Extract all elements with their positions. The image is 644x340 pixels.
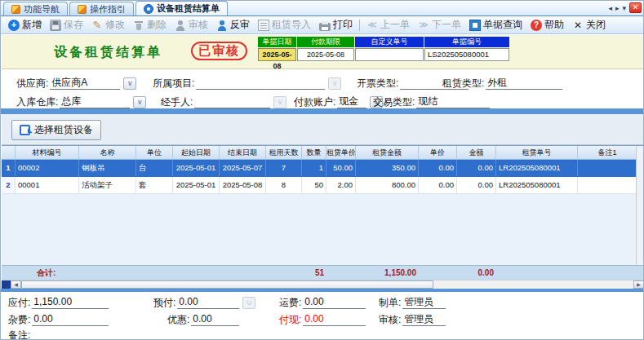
toolbar-separator <box>359 20 360 31</box>
freight-field-group: 运费: 0.00 <box>279 295 366 309</box>
next-doc-icon: ≫ <box>418 20 429 31</box>
discount-field-group: 优惠: 0.00 <box>167 312 239 326</box>
auditor-label: 审核: <box>379 313 401 326</box>
print-button[interactable]: 打印 <box>315 17 357 33</box>
total-spacer <box>419 266 457 280</box>
save-button[interactable]: 保存 <box>46 17 87 33</box>
col-rental-amount[interactable]: 租赁金额 <box>356 146 419 160</box>
modify-button[interactable]: ✎ 修改 <box>87 17 129 33</box>
doc-date-header: 单据日期 <box>258 37 296 47</box>
close-window-button[interactable]: ✕ <box>629 2 642 13</box>
table-row[interactable]: 1 00002 钢板吊 台 2025-05-01 2025-05-07 7 1 … <box>2 160 644 177</box>
col-rental-unit-price[interactable]: 租赁单价 <box>326 146 356 160</box>
grid-header-row: 材料编号 名称 单位 起始日期 结束日期 租用天数 数量 租赁单价 租赁金额 单… <box>2 146 644 160</box>
transaction-type-label: 交易类型: <box>373 95 415 108</box>
save-label: 保存 <box>64 18 83 32</box>
col-rental-order-no[interactable]: 租赁单号 <box>496 146 578 160</box>
cell-remark1 <box>578 160 637 177</box>
cell-rental-amount: 350.00 <box>356 160 419 177</box>
help-button[interactable]: ? 帮助 <box>526 17 568 33</box>
scroll-left-icon[interactable]: ◀ <box>11 280 21 289</box>
close-doc-button[interactable]: ✕ 关闭 <box>568 17 610 33</box>
pay-deadline-header: 付款期限 <box>297 37 354 47</box>
col-material-no[interactable]: 材料编号 <box>16 146 79 160</box>
scroll-right-icon[interactable]: ▶ <box>633 280 644 289</box>
handler-dropdown-icon[interactable]: ∨ <box>273 96 286 108</box>
remark-input[interactable] <box>32 329 446 340</box>
col-amount[interactable]: 金额 <box>457 146 496 160</box>
toolbar: + 新增 保存 ✎ 修改 删除 审核 反审 租赁导入 打印 <box>1 16 644 34</box>
transaction-type-input[interactable]: 现结 <box>416 95 490 108</box>
tab-rental-settlement[interactable]: 设备租赁结算单 <box>135 1 228 15</box>
next-doc-label: 下一单 <box>432 18 461 32</box>
prepaid-dropdown-icon[interactable]: ∪ <box>242 297 255 309</box>
audit-button[interactable]: 审核 <box>171 17 212 33</box>
col-unit[interactable]: 单位 <box>136 146 173 160</box>
cash-paid-input[interactable]: 0.00 <box>303 313 366 326</box>
tab-operation-guide[interactable]: 操作指引 <box>69 2 134 15</box>
cell-material-no: 00002 <box>16 160 79 177</box>
col-start-date[interactable]: 起始日期 <box>173 146 220 160</box>
select-rental-equipment-button[interactable]: 选择租赁设备 <box>11 120 101 140</box>
horizontal-scrollbar[interactable]: ◀ ▶ <box>2 280 644 289</box>
doc-no-header: 单据编号 <box>424 37 509 47</box>
rental-settlement-icon <box>144 4 153 14</box>
vertical-scrollbar[interactable] <box>636 147 644 265</box>
table-row[interactable]: 2 00001 活动架子 套 2025-05-01 2025-05-08 8 5… <box>2 177 644 194</box>
project-dropdown-icon[interactable]: ∨ <box>328 77 341 90</box>
tab-function-nav[interactable]: 功能导航 <box>3 2 68 15</box>
operation-guide-icon <box>78 5 87 14</box>
prepaid-input[interactable]: 0.00 <box>177 296 239 309</box>
discount-input[interactable]: 0.00 <box>191 313 239 326</box>
project-input[interactable] <box>196 77 325 90</box>
tab-menu-icon[interactable]: ▾ <box>622 3 626 13</box>
doc-query-button[interactable]: 单据查询 <box>465 17 526 33</box>
unaudit-label: 反审 <box>230 18 250 32</box>
col-remark1[interactable]: 备注1 <box>578 146 637 160</box>
new-button[interactable]: + 新增 <box>4 17 46 33</box>
next-doc-button[interactable]: ≫ 下一单 <box>414 17 465 33</box>
col-name[interactable]: 名称 <box>79 146 136 160</box>
trash-icon <box>133 20 144 31</box>
warehouse-dropdown-icon[interactable]: ∨ <box>133 96 146 108</box>
discount-label: 优惠: <box>167 313 189 326</box>
col-end-date[interactable]: 结束日期 <box>220 146 266 160</box>
new-label: 新增 <box>22 18 42 32</box>
scroll-tabs-right-icon[interactable]: ▸ <box>615 3 620 13</box>
payable-input[interactable]: 1,150.00 <box>32 296 109 309</box>
scrollbar-track[interactable] <box>433 280 633 289</box>
cell-start-date: 2025-05-01 <box>173 177 220 194</box>
col-rental-days[interactable]: 租用天数 <box>266 146 302 160</box>
scrollbar-thumb[interactable] <box>21 280 433 289</box>
rental-type-label: 租赁类型: <box>442 77 484 90</box>
supplier-input[interactable]: 供应商A <box>50 77 120 90</box>
payable-field-group: 应付: 1,150.00 <box>8 295 109 309</box>
scroll-tabs-left-icon[interactable]: ◂ <box>608 3 612 13</box>
unaudit-button[interactable]: 反审 <box>212 17 254 33</box>
handler-input[interactable] <box>194 95 270 108</box>
rental-import-label: 租赁导入 <box>272 18 311 32</box>
select-equipment-icon <box>20 125 30 135</box>
payment-account-input[interactable]: 现金 <box>337 95 366 108</box>
rental-import-button[interactable]: 租赁导入 <box>254 17 315 33</box>
total-spacer <box>2 266 16 280</box>
custom-no-field[interactable] <box>355 48 424 61</box>
misc-fee-label: 杂费: <box>8 313 30 326</box>
col-quantity[interactable]: 数量 <box>302 146 326 160</box>
supplier-dropdown-icon[interactable]: ∨ <box>123 77 136 90</box>
cell-rental-days: 7 <box>266 160 302 177</box>
freight-input[interactable]: 0.00 <box>303 296 366 309</box>
payable-label: 应付: <box>8 296 30 309</box>
rental-type-input[interactable]: 外租 <box>486 77 562 90</box>
cell-amount: 0.00 <box>457 177 496 194</box>
custom-no-header: 自定义单号 <box>355 37 424 47</box>
col-unit-price[interactable]: 单价 <box>419 146 457 160</box>
prev-doc-button[interactable]: ≪ 上一单 <box>362 17 414 33</box>
warehouse-input[interactable]: 总库 <box>60 95 130 108</box>
pay-deadline-field[interactable]: 2025-05-08 <box>297 48 354 61</box>
grid-empty-area <box>2 194 644 265</box>
doc-date-field[interactable]: 2025-05-08 <box>258 48 296 61</box>
total-spacer <box>220 266 266 280</box>
delete-button[interactable]: 删除 <box>129 17 171 33</box>
misc-fee-input[interactable]: 0.00 <box>32 313 109 326</box>
